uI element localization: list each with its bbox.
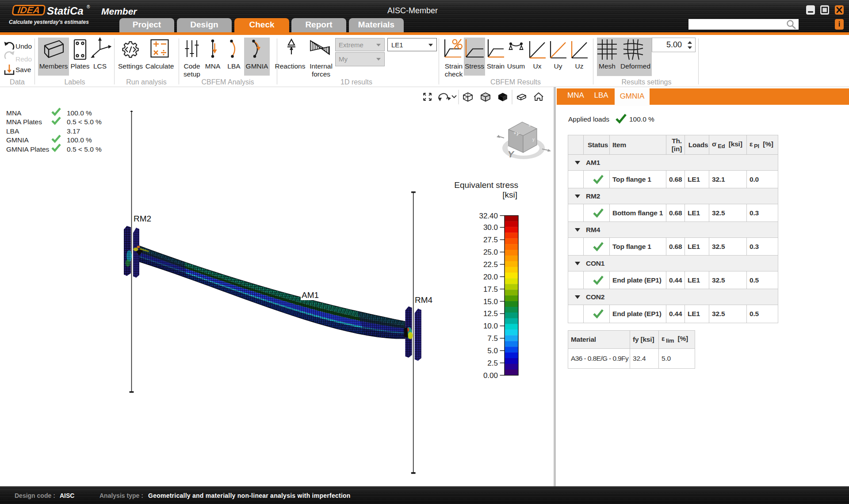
svg-text:25.0: 25.0 <box>483 248 498 256</box>
svg-text:0.00: 0.00 <box>483 371 498 380</box>
svg-text:AM1: AM1 <box>302 290 319 300</box>
svg-text:32.40: 32.40 <box>479 212 498 220</box>
svg-text:RM2: RM2 <box>134 214 151 223</box>
svg-text:Equivalent stress: Equivalent stress <box>454 180 518 190</box>
svg-text:30.0: 30.0 <box>483 223 498 232</box>
svg-text:15.0: 15.0 <box>483 298 498 306</box>
svg-text:RM4: RM4 <box>415 295 433 305</box>
svg-text:7.5: 7.5 <box>487 334 498 343</box>
svg-text:2.5: 2.5 <box>487 359 498 367</box>
svg-text:22.5: 22.5 <box>483 260 498 269</box>
svg-text:y: y <box>532 137 535 142</box>
svg-text:12.5: 12.5 <box>483 309 498 318</box>
svg-text:[ksi]: [ksi] <box>502 190 517 199</box>
svg-text:27.5: 27.5 <box>483 236 498 244</box>
svg-text:Y: Y <box>508 149 515 159</box>
svg-text:5.0: 5.0 <box>487 347 498 355</box>
svg-text:10.0: 10.0 <box>483 322 498 330</box>
svg-text:17.5: 17.5 <box>483 285 498 294</box>
svg-text:20.0: 20.0 <box>483 273 498 281</box>
